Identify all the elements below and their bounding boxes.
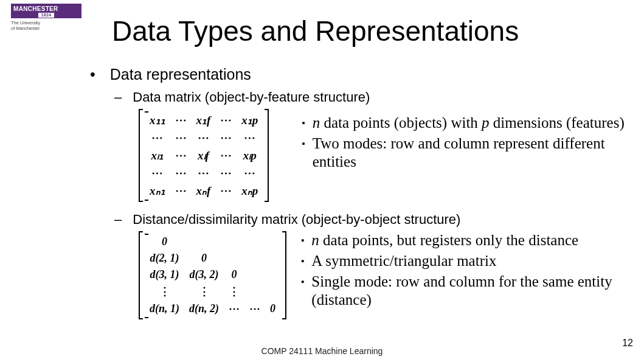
sub-bullet-1: – Data matrix (object-by-feature structu… (114, 89, 625, 105)
m1-cell: ⋯ (170, 129, 192, 147)
m2-cell (265, 234, 280, 250)
m1-cell: x₁p (237, 111, 263, 129)
m2-cell (244, 234, 265, 250)
note-1a-text: n data points (objects) with p dimension… (313, 114, 625, 132)
note-text: dimensions (features) (490, 114, 625, 131)
m1-cell: ⋯ (215, 164, 237, 182)
logo-brand-text: MANCHESTER (13, 5, 58, 12)
m1-cell: ⋯ (215, 111, 237, 129)
m2-cell (184, 234, 224, 250)
note-2b: ▪ A symmetric/triangular matrix (301, 252, 625, 270)
note-text: data points, but registers only the dist… (319, 232, 578, 248)
distance-matrix: 0 d(2, 1)0 d(3, 1)d(3, 2)0 ⋮⋮⋮ d(n, 1)d(… (139, 231, 286, 319)
m1-cell: ⋯ (237, 129, 263, 147)
m1-cell: xᵢp (237, 147, 263, 164)
m2-cell: ⋮ (184, 283, 224, 300)
m1-cell: ⋯ (192, 164, 216, 182)
m2-cell (224, 234, 244, 250)
m2-cell: d(3, 2) (184, 266, 224, 283)
m1-cell: ⋯ (215, 147, 237, 164)
m1-cell: x₁₁ (145, 111, 170, 129)
m2-cell: d(n, 2) (184, 300, 224, 317)
m2-cell (244, 266, 265, 283)
note-1b: ▪ Two modes: row and column represent di… (302, 134, 625, 170)
logo-brand: MANCHESTER 1824 (11, 4, 81, 18)
m1-cell: ⋯ (237, 164, 263, 182)
m2-cell (265, 283, 280, 300)
sub-bullet-2: – Distance/dissimilarity matrix (object-… (114, 212, 625, 228)
m1-cell: ⋯ (215, 129, 237, 147)
note-2c: ▪ Single mode: row and column for the sa… (301, 273, 625, 308)
m2-cell: d(2, 1) (145, 250, 184, 266)
section-distance-matrix: 0 d(2, 1)0 d(3, 1)d(3, 2)0 ⋮⋮⋮ d(n, 1)d(… (139, 231, 625, 319)
var-p: p (482, 114, 490, 131)
m2-cell (224, 250, 244, 266)
square-bullet-icon: ▪ (302, 114, 305, 132)
notes-data-matrix: ▪ n data points (objects) with p dimensi… (283, 109, 625, 202)
m1-cell: x₁f (192, 111, 216, 129)
m2-cell: 0 (224, 266, 244, 283)
page-number: 12 (622, 338, 633, 349)
square-bullet-icon: ▪ (301, 231, 304, 249)
m1-cell: ⋯ (192, 129, 216, 147)
sub-bullet-2-text: Distance/dissimilarity matrix (object-by… (133, 212, 460, 228)
note-2b-text: A symmetric/triangular matrix (311, 252, 496, 270)
section-data-matrix: x₁₁⋯x₁f⋯x₁p ⋯⋯⋯⋯⋯ xᵢ₁⋯xᵢf⋯xᵢp ⋯⋯⋯⋯⋯ xₙ₁⋯… (139, 109, 625, 202)
slide-title: Data Types and Representations (112, 15, 519, 47)
note-2a-text: n data points, but registers only the di… (311, 231, 578, 249)
logo-sub-1: The University (11, 20, 40, 26)
m1-cell: ⋯ (170, 164, 192, 182)
square-bullet-icon: ▪ (301, 252, 304, 270)
m2-cell: 0 (265, 300, 280, 317)
m2-cell: ⋯ (244, 300, 265, 317)
notes-distance-matrix: ▪ n data points, but registers only the … (301, 231, 625, 319)
m1-cell: xₙp (237, 182, 263, 200)
note-2a: ▪ n data points, but registers only the … (301, 231, 625, 249)
m1-cell: xᵢ₁ (145, 147, 170, 164)
m2-cell (265, 266, 280, 283)
m1-cell: xᵢf (192, 147, 216, 164)
m2-cell: 0 (184, 250, 224, 266)
sub-bullet-1-text: Data matrix (object-by-feature structure… (133, 89, 370, 105)
var-n: n (313, 114, 320, 131)
var-n: n (311, 232, 319, 248)
logo-subtitle: The University of Manchester (11, 20, 81, 31)
logo-year: 1824 (38, 13, 54, 18)
m2-cell: ⋮ (145, 283, 184, 300)
m1-cell: ⋯ (145, 129, 170, 147)
m2-cell: ⋯ (224, 300, 244, 317)
m1-cell: xₙf (192, 182, 216, 200)
slide-content: • Data representations – Data matrix (ob… (90, 66, 625, 319)
m2-cell (244, 283, 265, 300)
dash-icon: – (114, 89, 122, 105)
m1-cell: ⋯ (170, 111, 192, 129)
m2-cell: 0 (145, 234, 184, 250)
bullet-dot-icon: • (90, 66, 95, 83)
m1-cell: ⋯ (145, 164, 170, 182)
note-2c-text: Single mode: row and column for the same… (311, 273, 625, 308)
square-bullet-icon: ▪ (301, 273, 304, 308)
dash-icon: – (114, 212, 122, 228)
m2-cell (244, 250, 265, 266)
m2-cell: ⋮ (224, 283, 244, 300)
m1-cell: ⋯ (170, 182, 192, 200)
m1-cell: ⋯ (215, 182, 237, 200)
m2-cell: d(n, 1) (145, 300, 184, 317)
bullet-main: • Data representations (90, 66, 625, 83)
footer-text: COMP 24111 Machine Learning (0, 346, 644, 356)
m2-cell (265, 250, 280, 266)
note-1a: ▪ n data points (objects) with p dimensi… (302, 114, 625, 132)
bullet-main-text: Data representations (110, 66, 251, 83)
m1-cell: ⋯ (170, 147, 192, 164)
university-logo: MANCHESTER 1824 The University of Manche… (11, 4, 81, 31)
logo-sub-2: of Manchester (11, 26, 40, 31)
m1-cell: xₙ₁ (145, 182, 170, 200)
data-matrix: x₁₁⋯x₁f⋯x₁p ⋯⋯⋯⋯⋯ xᵢ₁⋯xᵢf⋯xᵢp ⋯⋯⋯⋯⋯ xₙ₁⋯… (139, 109, 269, 202)
square-bullet-icon: ▪ (302, 134, 305, 170)
note-1b-text: Two modes: row and column represent diff… (313, 134, 625, 170)
note-text: data points (objects) with (320, 114, 482, 131)
m2-cell: d(3, 1) (145, 266, 184, 283)
